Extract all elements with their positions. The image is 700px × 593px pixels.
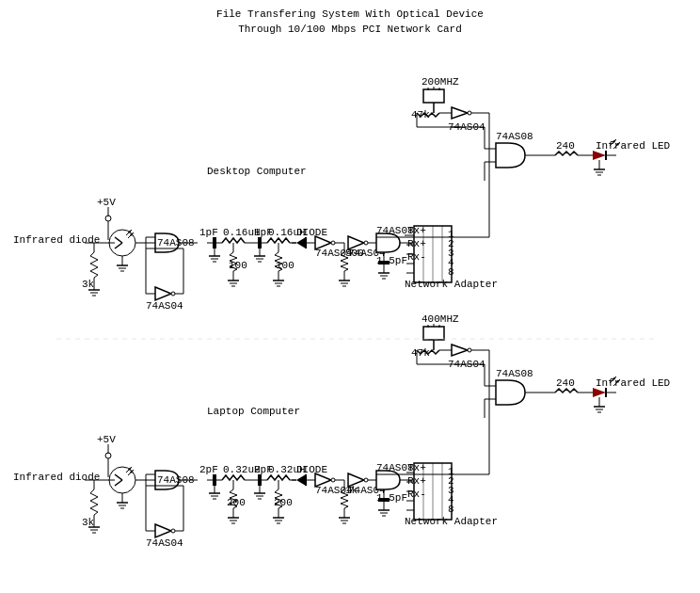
desktop-infrared-diode-label: Infrared diode xyxy=(13,234,100,246)
laptop-tx-label: Tx+ xyxy=(407,462,426,473)
svg-line-126 xyxy=(115,480,122,486)
svg-line-5 xyxy=(115,243,122,248)
laptop-infrared-diode-label: Infrared diode xyxy=(13,472,100,483)
desktop-vcc: +5V xyxy=(97,197,116,208)
svg-point-184 xyxy=(331,478,335,482)
laptop-cap1-label: 2pF xyxy=(199,464,218,475)
svg-marker-180 xyxy=(296,474,306,486)
desktop-3k-label: 3k xyxy=(82,279,95,290)
laptop-infrared-led-label: Infrared LED xyxy=(596,377,671,389)
desktop-network-adapter-label: Network Adapter xyxy=(405,279,498,290)
svg-line-4 xyxy=(115,237,122,243)
svg-point-219 xyxy=(468,348,471,352)
desktop-rx1-label: Rx+ xyxy=(407,238,426,249)
svg-point-25 xyxy=(171,292,175,296)
svg-point-98 xyxy=(468,111,471,115)
title-line2: Through 10/100 Mbps PCI Network Card xyxy=(238,24,462,35)
laptop-res240-label: 240 xyxy=(556,377,575,389)
laptop-network-adapter-label: Network Adapter xyxy=(405,516,498,527)
laptop-3k-label: 3k xyxy=(82,517,95,528)
svg-point-191 xyxy=(364,478,368,482)
desktop-diode-label: DIODE xyxy=(296,227,327,238)
desktop-infrared-led-label: Infrared LED xyxy=(596,140,671,152)
laptop-pin8: 8 xyxy=(448,504,454,515)
laptop-label: Laptop Computer xyxy=(207,406,300,417)
desktop-res240-label: 240 xyxy=(556,140,575,152)
laptop-74as04-lower-label: 74AS04 xyxy=(146,537,183,549)
laptop-diode-label: DIODE xyxy=(296,464,327,475)
svg-rect-89 xyxy=(423,89,444,103)
desktop-crystal-label: 200MHZ xyxy=(422,76,459,88)
svg-marker-59 xyxy=(296,237,306,248)
laptop-rx2-label: Rx- xyxy=(407,489,426,500)
desktop-pin8: 8 xyxy=(448,266,454,278)
desktop-tx-label: Tx+ xyxy=(407,225,426,236)
svg-point-70 xyxy=(364,241,368,245)
laptop-vcc: +5V xyxy=(97,434,116,445)
desktop-47k-label: 47k xyxy=(411,109,430,120)
svg-point-146 xyxy=(171,529,175,533)
laptop-74as08-out-label: 74AS08 xyxy=(496,368,533,379)
svg-marker-230 xyxy=(593,388,606,397)
svg-rect-210 xyxy=(423,327,444,340)
laptop-crystal-label: 400MHZ xyxy=(422,313,459,325)
laptop-rx1-label: Rx+ xyxy=(407,475,426,487)
desktop-label: Desktop Computer xyxy=(207,166,307,177)
title-line1: File Transfering System With Optical Dev… xyxy=(216,8,484,20)
desktop-74as04-lower-label: 74AS04 xyxy=(146,300,183,312)
main-container: File Transfering System With Optical Dev… xyxy=(0,0,700,593)
svg-point-63 xyxy=(331,241,335,245)
desktop-74as08-out-label: 74AS08 xyxy=(496,131,533,142)
svg-marker-109 xyxy=(593,151,606,160)
desktop-cap1-label: 1pF xyxy=(199,227,218,238)
svg-line-125 xyxy=(115,474,122,480)
desktop-rx2-label: Rx- xyxy=(407,251,426,263)
